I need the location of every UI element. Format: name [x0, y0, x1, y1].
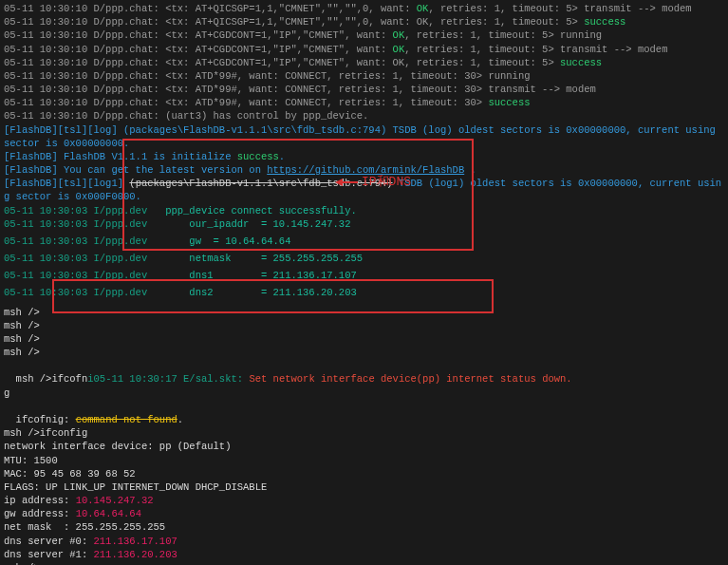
log-line: 05-11 10:30:10 D/ppp.chat: <tx: AT+CGDCO…: [4, 43, 724, 56]
msh-prompt[interactable]: msh />: [4, 319, 724, 332]
ppp-connect-block: 05-11 10:30:03 I/ppp.dev ppp_device conn…: [4, 204, 724, 300]
log-line: sector is 0x00000000.: [4, 137, 724, 150]
svg-marker-1: [335, 179, 343, 186]
annotation-label: IP和DNS: [362, 174, 411, 191]
arrow-icon: [335, 177, 358, 188]
log-line: 05-11 10:30:10 D/ppp.chat: <tx: AT+CGDCO…: [4, 56, 724, 69]
msh-prompt[interactable]: msh />: [4, 346, 724, 359]
log-line: ip address: 10.145.247.32: [4, 494, 724, 507]
log-line: 05-11 10:30:10 D/ppp.chat: <tx: AT+CGDCO…: [4, 28, 724, 42]
msh-prompt[interactable]: msh />: [4, 332, 724, 346]
ppp-line: 05-11 10:30:03 I/ppp.dev our_ipaddr = 10…: [4, 217, 724, 231]
ppp-line: 05-11 10:30:03 I/ppp.dev gw = 10.64.64.6…: [4, 235, 724, 248]
ppp-line: 05-11 10:30:03 I/ppp.dev dns2 = 211.136.…: [4, 286, 724, 299]
log-line: gw address: 10.64.64.64: [4, 507, 724, 520]
command-not-found: ifcofnig: command not found.: [4, 400, 724, 426]
msh-prompt-block: msh />msh />msh />msh />: [4, 306, 724, 360]
log-line: msh />ifconfig: [4, 426, 724, 440]
log-line: g sector is 0x000F0000.: [4, 190, 724, 203]
log-line: dns server #0: 211.136.17.107: [4, 535, 724, 548]
log-line: [FlashDB] FlashDB V1.1.1 is initialize s…: [4, 150, 724, 163]
log-line: 05-11 10:30:10 D/ppp.chat: <tx: AT+QICSG…: [4, 15, 724, 28]
log-line: 05-11 10:30:10 D/ppp.chat: <tx: ATD*99#,…: [4, 69, 724, 83]
annotation-arrow: IP和DNS: [335, 174, 411, 191]
log-line: network interface device: pp (Default): [4, 440, 724, 453]
log-line: [FlashDB][tsl][log] (packages\FlashDB-v1…: [4, 123, 724, 137]
msh-prompt[interactable]: msh />: [4, 561, 724, 565]
ifconfig-output: msh />ifconfignetwork interface device: …: [4, 426, 724, 561]
log-line: 05-11 10:30:10 D/ppp.chat: <tx: ATD*99#,…: [4, 96, 724, 109]
log-line: dns server #1: 211.136.20.203: [4, 548, 724, 561]
ppp-line: 05-11 10:30:03 I/ppp.dev ppp_device conn…: [4, 204, 724, 217]
log-line: MTU: 1500: [4, 454, 724, 467]
msh-prompt[interactable]: msh />: [4, 306, 724, 319]
log-line: 05-11 10:30:10 D/ppp.chat: (uart3) has c…: [4, 109, 724, 122]
log-line: FLAGS: UP LINK_UP INTERNET_DOWN DHCP_DIS…: [4, 480, 724, 494]
log-line: net mask : 255.255.255.255: [4, 520, 724, 534]
log-line: MAC: 95 45 68 39 68 52: [4, 467, 724, 480]
ppp-line: 05-11 10:30:03 I/ppp.dev dns1 = 211.136.…: [4, 269, 724, 282]
log-line: 05-11 10:30:10 D/ppp.chat: <tx: AT+QICSG…: [4, 2, 724, 15]
log-line: 05-11 10:30:10 D/ppp.chat: <tx: ATD*99#,…: [4, 83, 724, 96]
ppp-line: 05-11 10:30:03 I/ppp.dev netmask = 255.2…: [4, 252, 724, 265]
error-trailing: g: [4, 386, 724, 400]
error-line: msh />ifcofni05-11 10:30:17 E/sal.skt: S…: [4, 359, 724, 386]
